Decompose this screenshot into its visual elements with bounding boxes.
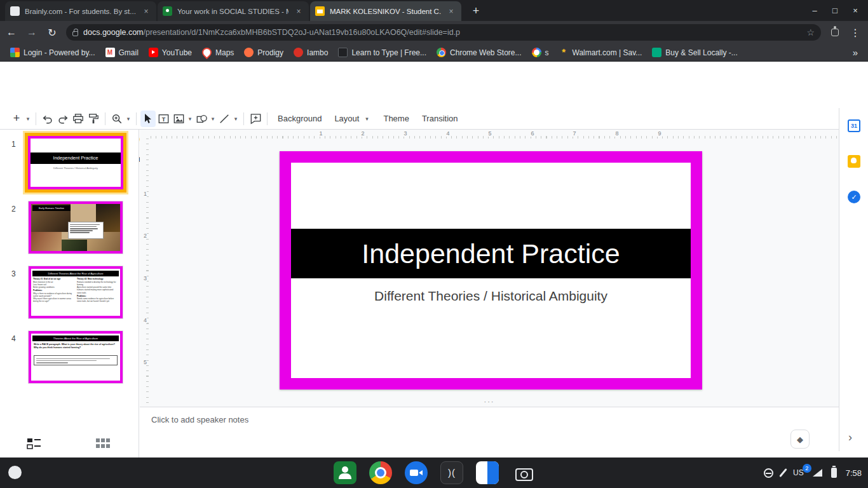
chrome-app-icon[interactable] [369,461,392,484]
tab-slides-active[interactable]: MARK KOLESNIKOV - Student C... × [310,1,461,21]
print-button[interactable] [71,111,86,127]
bookmark-label: Walmart.com | Sav... [573,48,642,57]
tab-close-icon[interactable]: × [294,7,304,16]
insert-shape-button[interactable] [194,111,209,127]
bookmark-star-icon[interactable]: ☆ [806,27,815,37]
walmart-spark-icon: * [559,48,569,57]
line-dropdown-icon[interactable]: ▾ [232,116,240,122]
calendar-icon[interactable]: 31 [848,119,860,132]
text-box-tool-button[interactable]: T [156,111,171,127]
chromeos-shelf: )( US2 7:58 [0,458,868,488]
bookmark-prodigy[interactable]: Prodigy [240,46,287,58]
new-tab-button[interactable]: + [468,3,484,19]
thumb-column-2: Theory #2: New technology Humans needed … [77,278,118,302]
insert-comment-button[interactable] [248,111,263,127]
ruler-number: 3 [402,130,408,137]
tasks-icon[interactable]: ✓ [848,191,860,203]
bookmark-chrome-web-store[interactable]: Chrome Web Store... [433,46,526,58]
slide-title-band[interactable]: Independent Practice [291,229,691,278]
transition-button[interactable]: Transition [416,111,465,127]
tab-close-icon[interactable]: × [141,7,151,16]
side-panel-collapse-icon[interactable]: › [848,431,852,444]
tab-title: Your work in SOCIAL STUDIES - M... [177,8,288,15]
meet-app-icon[interactable] [405,461,428,484]
select-tool-button[interactable] [140,111,156,127]
layout-button[interactable]: Layout ▾ [328,111,377,127]
classroom-app-icon[interactable] [334,461,356,484]
slide-thumbnail-4[interactable]: Theories About the Rise of Agriculture W… [28,330,123,384]
bookmark-google-search[interactable]: s [528,46,553,58]
slide-thumbnail-1[interactable]: Independent Practice Different Theories … [28,136,123,189]
status-tray[interactable]: US2 7:58 [764,461,862,484]
new-slide-dropdown-icon[interactable]: ▾ [24,116,32,122]
bookmark-youtube[interactable]: YouTube [145,46,196,58]
tab-classroom[interactable]: Your work in SOCIAL STUDIES - M... × [158,1,309,21]
maximize-button[interactable]: □ [825,6,845,15]
close-window-button[interactable]: × [845,6,865,15]
refresh-button[interactable]: ↻ [43,24,61,41]
login-site-icon [10,48,20,57]
thumb-column-1: Theory #1: End of an ice age More moistu… [33,278,74,302]
theme-button[interactable]: Theme [377,111,415,127]
browser-tab-strip: Brainly.com - For students. By st... × Y… [0,0,868,21]
bookmark-label: Maps [215,48,234,57]
slide-number: 4 [11,334,16,343]
slide-subtitle[interactable]: Different Theories / Historical Ambiguit… [291,288,691,304]
back-button[interactable]: ← [3,24,20,41]
bookmark-login[interactable]: Login - Powered by... [6,46,99,58]
app-icon-parentheses[interactable]: )( [440,461,463,484]
zoom-button[interactable] [109,111,125,127]
notification-count-badge: 2 [803,464,811,473]
undo-button[interactable] [40,111,55,127]
keep-icon[interactable] [848,155,860,168]
ruler-number: 9 [656,130,662,137]
slide-title[interactable]: Independent Practice [291,229,691,278]
minimize-button[interactable]: – [804,6,825,15]
slide-canvas-area: 1 2 3 4 5 6 7 8 9 1 2 3 4 5 Independent … [140,130,839,407]
notes-resize-handle[interactable]: ··· [140,398,839,405]
thumb-image [31,232,62,251]
bookmark-iambo[interactable]: Iambo [290,46,332,58]
bookmark-maps[interactable]: Maps [198,46,238,58]
bookmark-learn-to-type[interactable]: Learn to Type | Free... [334,46,430,58]
tab-brainly[interactable]: Brainly.com - For students. By st... × [5,1,156,21]
bookmarks-overflow-icon[interactable]: » [849,47,862,58]
slide-thumbnail-2[interactable]: Early Humans Timeline [28,201,123,254]
shape-dropdown-icon[interactable]: ▾ [209,116,217,122]
current-slide[interactable]: Independent Practice Different Theories … [280,151,702,390]
paint-format-button[interactable] [86,111,101,127]
slide-thumbnail-3[interactable]: Different Theories About the Rise of Agr… [28,266,123,319]
grid-view-button[interactable] [95,437,112,450]
zoom-dropdown-icon[interactable]: ▾ [125,116,132,122]
redo-button[interactable] [55,111,71,127]
speaker-notes-input[interactable]: Click to add speaker notes [151,415,248,424]
bookmark-label: Login - Powered by... [24,48,95,57]
new-slide-button[interactable]: + [9,111,24,127]
browser-toolbar: ← → ↻ docs.google.com/presentation/d/1Nm… [0,21,868,44]
camera-app-icon[interactable] [512,461,534,484]
ruler-number: 5 [487,130,492,137]
forward-button[interactable]: → [23,24,41,41]
image-dropdown-icon[interactable]: ▾ [186,116,194,122]
explore-button[interactable]: ◆ [790,430,810,449]
extensions-icon[interactable] [831,29,839,36]
tab-close-icon[interactable]: × [446,7,456,16]
browser-menu-icon[interactable]: ⋮ [846,24,864,41]
insert-line-button[interactable] [217,111,232,127]
address-bar[interactable]: docs.google.com/presentation/d/1NmKzca6x… [66,24,821,41]
thumb-text-box [34,355,118,365]
keyboard-icon [338,48,348,57]
ruler-number: 1 [318,130,323,137]
bookmark-walmart[interactable]: *Walmart.com | Sav... [555,46,646,58]
url-domain: docs.google.com [83,28,144,37]
launcher-button[interactable] [8,466,22,479]
bookmark-offerup[interactable]: Buy & Sell Locally -... [648,46,741,58]
bookmark-label: Buy & Sell Locally -... [665,48,737,57]
insert-image-button[interactable] [171,111,186,127]
document-app-icon[interactable] [476,461,499,484]
background-button[interactable]: Background [271,111,328,127]
vertical-ruler: 1 2 3 4 5 [140,139,149,407]
bookmark-gmail[interactable]: Gmail [102,46,142,58]
filmstrip-view-button[interactable] [27,437,43,450]
ruler-number: 6 [529,130,535,137]
